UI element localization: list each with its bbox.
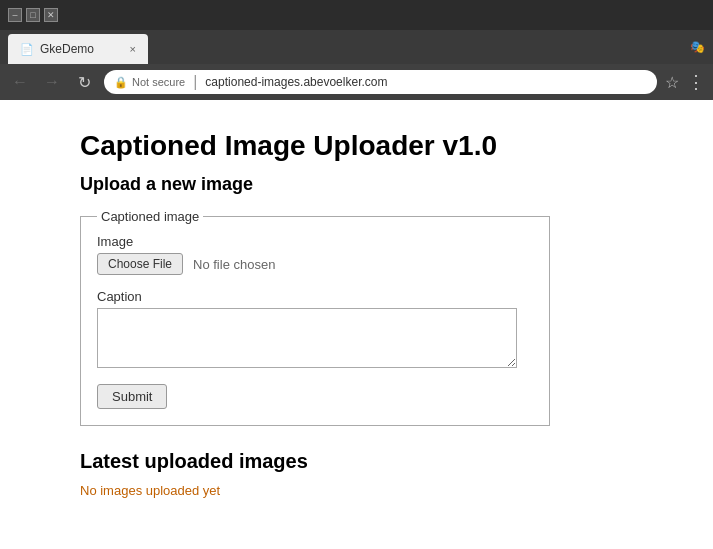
minimize-button[interactable]: – bbox=[8, 8, 22, 22]
upload-section-heading: Upload a new image bbox=[80, 174, 633, 195]
tab-page-icon: 📄 bbox=[20, 43, 34, 56]
no-file-chosen-text: No file chosen bbox=[193, 257, 275, 272]
tab-close-button[interactable]: × bbox=[130, 43, 136, 55]
latest-section-heading: Latest uploaded images bbox=[80, 450, 633, 473]
url-text: captioned-images.abevoelker.com bbox=[205, 75, 387, 89]
address-bar: ← → ↻ 🔒 Not secure | captioned-images.ab… bbox=[0, 64, 713, 100]
refresh-button[interactable]: ↻ bbox=[72, 73, 96, 92]
browser-menu-icon[interactable]: ⋮ bbox=[687, 71, 705, 93]
address-separator: | bbox=[193, 73, 197, 91]
address-input-container[interactable]: 🔒 Not secure | captioned-images.abevoelk… bbox=[104, 70, 657, 94]
caption-field-label: Caption bbox=[97, 289, 533, 304]
title-bar: – □ ✕ bbox=[0, 0, 713, 30]
browser-tab[interactable]: 📄 GkeDemo × bbox=[8, 34, 148, 64]
forward-button[interactable]: → bbox=[40, 73, 64, 91]
not-secure-text: Not secure bbox=[132, 76, 185, 88]
page-content: Captioned Image Uploader v1.0 Upload a n… bbox=[0, 100, 713, 549]
file-input-row: Choose File No file chosen bbox=[97, 253, 533, 275]
bookmark-star-icon[interactable]: ☆ bbox=[665, 73, 679, 92]
submit-button[interactable]: Submit bbox=[97, 384, 167, 409]
page-title: Captioned Image Uploader v1.0 bbox=[80, 130, 633, 162]
captioned-image-fieldset: Captioned image Image Choose File No fil… bbox=[80, 209, 550, 426]
lock-icon: 🔒 bbox=[114, 76, 128, 89]
tab-label: GkeDemo bbox=[40, 42, 94, 56]
tab-spacer bbox=[148, 30, 690, 64]
back-button[interactable]: ← bbox=[8, 73, 32, 91]
no-images-text: No images uploaded yet bbox=[80, 483, 633, 498]
maximize-button[interactable]: □ bbox=[26, 8, 40, 22]
close-button[interactable]: ✕ bbox=[44, 8, 58, 22]
image-field-label: Image bbox=[97, 234, 533, 249]
tab-bar: 📄 GkeDemo × 🎭 bbox=[0, 30, 713, 64]
tab-actions: 🎭 bbox=[690, 30, 713, 64]
profile-icon[interactable]: 🎭 bbox=[690, 40, 705, 54]
window-controls: – □ ✕ bbox=[8, 8, 58, 22]
choose-file-button[interactable]: Choose File bbox=[97, 253, 183, 275]
caption-textarea[interactable] bbox=[97, 308, 517, 368]
fieldset-legend: Captioned image bbox=[97, 209, 203, 224]
